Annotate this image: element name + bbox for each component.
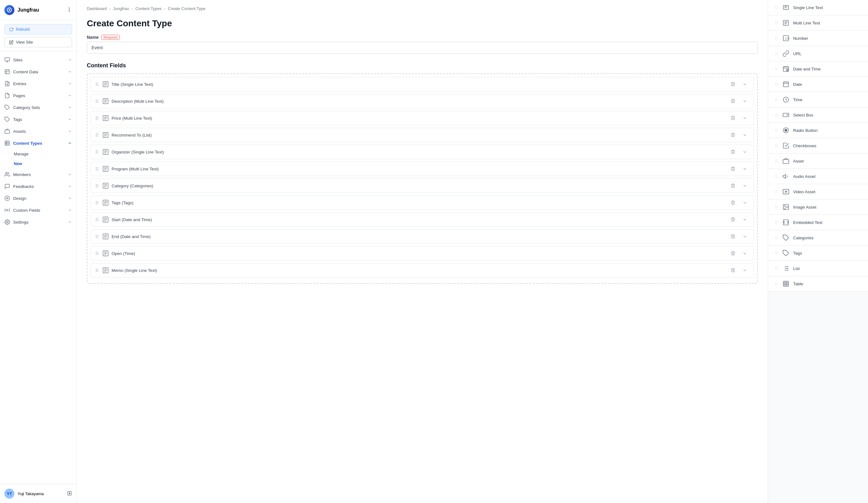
expand-field-button[interactable] bbox=[740, 199, 750, 207]
sidebar-item-custom-fields[interactable]: Custom Fields bbox=[0, 204, 76, 216]
panel-item-tags[interactable]: Tags bbox=[768, 245, 868, 261]
table-row[interactable]: Program (Multi Line Text) bbox=[91, 161, 754, 176]
table-row[interactable]: Tags (Tags) bbox=[91, 196, 754, 210]
rebuild-button[interactable]: Rebuild bbox=[4, 24, 72, 34]
delete-field-button[interactable] bbox=[728, 182, 738, 189]
delete-field-button[interactable] bbox=[728, 266, 738, 274]
expand-field-button[interactable] bbox=[740, 165, 750, 172]
table-row[interactable]: Description (Multi Line Text) bbox=[91, 94, 754, 108]
expand-field-button[interactable] bbox=[740, 266, 750, 274]
svg-point-242 bbox=[777, 206, 777, 207]
panel-item-select-box[interactable]: Select Box bbox=[768, 107, 868, 123]
sidebar-item-pages[interactable]: Pages bbox=[0, 90, 76, 102]
svg-point-181 bbox=[775, 83, 776, 84]
delete-field-button[interactable] bbox=[728, 199, 738, 207]
panel-drag-handle bbox=[774, 97, 779, 102]
sidebar-item-content-data[interactable]: Content Data bbox=[0, 66, 76, 78]
sidebar-item-entries[interactable]: Entries bbox=[0, 78, 76, 90]
delete-field-button[interactable] bbox=[728, 97, 738, 105]
svg-point-19 bbox=[96, 83, 96, 83]
view-site-button[interactable]: View Site bbox=[4, 37, 72, 47]
panel-item-audio-asset[interactable]: Audio Asset bbox=[768, 169, 868, 184]
breadcrumb-jungfrau[interactable]: Jungfrau bbox=[113, 6, 129, 11]
svg-point-207 bbox=[777, 130, 777, 130]
sidebar-label-settings: Settings bbox=[13, 220, 29, 224]
table-row[interactable]: Title (Single Line Text) bbox=[91, 77, 754, 92]
table-row[interactable]: Recommend To (List) bbox=[91, 128, 754, 142]
svg-point-80 bbox=[96, 186, 96, 186]
svg-point-186 bbox=[777, 85, 777, 86]
panel-item-table[interactable]: Table bbox=[768, 276, 868, 292]
delete-field-button[interactable] bbox=[728, 233, 738, 240]
expand-field-button[interactable] bbox=[740, 182, 750, 189]
name-input[interactable] bbox=[87, 42, 758, 54]
table-row[interactable]: Category (Categories) bbox=[91, 179, 754, 193]
expand-field-button[interactable] bbox=[740, 233, 750, 240]
delete-field-button[interactable] bbox=[728, 148, 738, 156]
table-row[interactable]: Open (Time) bbox=[91, 246, 754, 261]
expand-field-button[interactable] bbox=[740, 114, 750, 122]
breadcrumb-content-types[interactable]: Content Types bbox=[135, 6, 162, 11]
panel-item-date[interactable]: Date bbox=[768, 77, 868, 92]
table-row[interactable]: End (Date and Time) bbox=[91, 229, 754, 244]
sidebar-item-tags[interactable]: Tags bbox=[0, 113, 76, 125]
panel-item-image-asset[interactable]: Image Asset bbox=[768, 199, 868, 215]
panel-item-multi-line-text[interactable]: Multi Line Text bbox=[768, 15, 868, 31]
panel-item-url[interactable]: URL bbox=[768, 46, 868, 61]
svg-text:123: 123 bbox=[785, 37, 789, 40]
panel-type-icon bbox=[783, 127, 789, 134]
delete-field-button[interactable] bbox=[728, 114, 738, 122]
delete-field-button[interactable] bbox=[728, 131, 738, 139]
sidebar-item-assets[interactable]: Assets bbox=[0, 125, 76, 137]
expand-field-button[interactable] bbox=[740, 131, 750, 139]
sidebar-subitem-manage[interactable]: Manage bbox=[0, 149, 76, 159]
delete-field-button[interactable] bbox=[728, 216, 738, 223]
svg-point-32 bbox=[97, 99, 98, 100]
breadcrumb-dashboard[interactable]: Dashboard bbox=[87, 6, 107, 11]
panel-item-date-and-time[interactable]: Date and Time bbox=[768, 61, 868, 77]
panel-item-checkboxes[interactable]: Checkboxes bbox=[768, 138, 868, 154]
panel-item-radio-button[interactable]: Radio Button bbox=[768, 123, 868, 138]
sidebar-item-content-types[interactable]: Content Types bbox=[0, 137, 76, 149]
expand-field-button[interactable] bbox=[740, 148, 750, 156]
svg-point-259 bbox=[777, 239, 777, 239]
table-row[interactable]: Memo (Single Line Text) bbox=[91, 263, 754, 277]
panel-item-number[interactable]: 123 Number bbox=[768, 31, 868, 46]
expand-field-button[interactable] bbox=[740, 97, 750, 105]
expand-field-button[interactable] bbox=[740, 250, 750, 257]
panel-item-single-line-text[interactable]: Single Line Text bbox=[768, 0, 868, 15]
table-row[interactable]: Start (Date and Time) bbox=[91, 212, 754, 227]
svg-point-141 bbox=[775, 9, 776, 9]
svg-point-89 bbox=[96, 201, 96, 202]
sidebar-item-category-sets[interactable]: Category Sets bbox=[0, 102, 76, 113]
svg-point-189 bbox=[775, 98, 776, 99]
play-icon[interactable] bbox=[67, 491, 72, 497]
sidebar-item-settings[interactable]: Settings bbox=[0, 216, 76, 228]
sidebar-item-design[interactable]: Design bbox=[0, 192, 76, 204]
panel-type-icon bbox=[783, 158, 789, 165]
panel-item-list[interactable]: List bbox=[768, 261, 868, 276]
panel-item-asset[interactable]: Asset bbox=[768, 154, 868, 169]
expand-field-button[interactable] bbox=[740, 81, 750, 88]
panel-type-icon bbox=[783, 173, 789, 180]
sidebar-item-sites[interactable]: Sites bbox=[0, 54, 76, 66]
panel-item-categories[interactable]: Categories bbox=[768, 230, 868, 245]
table-row[interactable]: Organizer (Single Line Text) bbox=[91, 145, 754, 159]
panel-item-video-asset[interactable]: Video Asset bbox=[768, 184, 868, 199]
sidebar-item-feedbacks[interactable]: Feedbacks bbox=[0, 180, 76, 192]
sidebar-subitem-new[interactable]: New bbox=[0, 159, 76, 168]
panel-item-time[interactable]: Time bbox=[768, 92, 868, 107]
expand-field-button[interactable] bbox=[740, 216, 750, 223]
delete-field-button[interactable] bbox=[728, 165, 738, 172]
svg-point-211 bbox=[775, 144, 776, 145]
delete-field-button[interactable] bbox=[728, 250, 738, 257]
table-row[interactable]: Price (Multi Line Text) bbox=[91, 111, 754, 125]
svg-point-30 bbox=[96, 101, 96, 102]
svg-rect-11 bbox=[5, 141, 9, 145]
svg-point-103 bbox=[97, 219, 98, 220]
panel-item-embedded-text[interactable]: Embedded Text bbox=[768, 215, 868, 230]
delete-field-button[interactable] bbox=[728, 81, 738, 88]
svg-point-162 bbox=[777, 38, 777, 39]
sidebar-item-members[interactable]: Members bbox=[0, 168, 76, 180]
menu-icon[interactable] bbox=[66, 7, 72, 13]
